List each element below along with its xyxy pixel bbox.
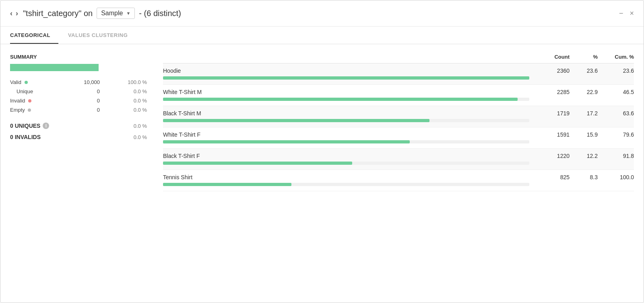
bar-row	[163, 76, 634, 83]
empty-dot	[28, 109, 31, 112]
row-count: 1220	[529, 153, 570, 159]
bar-fill	[163, 162, 352, 165]
valid-count: 10,000	[59, 78, 106, 87]
invalids-row: 0 INVALIDS 0.0 %	[10, 134, 147, 140]
data-table-header: Count % Cum. %	[163, 54, 634, 63]
bar-track	[163, 183, 529, 186]
row-cum-pct: 23.6	[598, 68, 634, 74]
header-pct: %	[570, 54, 598, 60]
bar-fill	[163, 76, 529, 80]
row-cum-pct: 91.8	[598, 153, 634, 159]
row-label: Tennis Shirt	[163, 174, 529, 180]
row-label: Black T-Shirt F	[163, 153, 529, 159]
minimize-button[interactable]: −	[619, 10, 623, 17]
header: ‹ › "tshirt_category" on Sample ▼ - (6 d…	[0, 0, 644, 27]
bar-row	[163, 98, 634, 104]
row-cum-pct: 100.0	[598, 174, 634, 180]
bar-row	[163, 162, 634, 168]
valid-pct: 100.0 %	[106, 78, 147, 87]
next-button[interactable]: ›	[16, 9, 18, 18]
bar-row	[163, 140, 634, 147]
bar-track	[163, 76, 529, 80]
tab-values-clustering[interactable]: VALUES CLUSTERING	[68, 27, 136, 44]
dataset-dropdown[interactable]: Sample ▼	[97, 8, 135, 19]
row-label: White T-Shirt M	[163, 89, 529, 95]
summary-bar-fill	[10, 64, 99, 71]
bar-track	[163, 162, 529, 165]
table-row: Black T-Shirt F 1220 12.2 91.8	[163, 149, 634, 170]
table-row: Unique 0 0.0 %	[10, 87, 147, 96]
row-pct: 8.3	[570, 174, 598, 180]
dropdown-arrow-icon: ▼	[126, 11, 130, 16]
uniques-pct: 0.0 %	[134, 123, 147, 129]
close-button[interactable]: ×	[630, 10, 634, 17]
tab-categorical[interactable]: CATEGORICAL	[10, 27, 58, 44]
prev-button[interactable]: ‹	[10, 9, 12, 18]
summary-panel: SUMMARY Valid 10,000 100.0 % Unique 0 0.…	[10, 54, 163, 191]
invalid-pct: 0.0 %	[106, 96, 147, 105]
bar-fill	[163, 140, 410, 143]
valid-dot	[25, 81, 28, 84]
row-count: 2285	[529, 89, 570, 95]
data-rows-container: Hoodie 2360 23.6 23.6 White T-Shirt M 22…	[163, 63, 634, 191]
row-pct: 12.2	[570, 153, 598, 159]
row-count: 1591	[529, 131, 570, 138]
summary-table: Valid 10,000 100.0 % Unique 0 0.0 % Inva…	[10, 78, 147, 115]
header-actions: − ×	[619, 10, 634, 17]
table-row: Empty 0 0.0 %	[10, 105, 147, 115]
invalid-label: Invalid	[10, 96, 59, 105]
valid-label: Valid	[10, 78, 59, 87]
bar-fill	[163, 98, 518, 101]
row-pct: 22.9	[570, 89, 598, 95]
bar-track	[163, 98, 529, 101]
tabs-bar: CATEGORICAL VALUES CLUSTERING	[0, 27, 644, 44]
nav-arrows: ‹ ›	[10, 9, 18, 18]
empty-label: Empty	[10, 105, 59, 115]
bar-track	[163, 140, 529, 143]
uniques-row: 0 UNIQUES i 0.0 %	[10, 123, 147, 129]
row-count: 2360	[529, 68, 570, 74]
row-pct: 23.6	[570, 68, 598, 74]
row-pct: 15.9	[570, 131, 598, 138]
empty-count: 0	[59, 105, 106, 115]
unique-label: Unique	[10, 87, 59, 96]
empty-pct: 0.0 %	[106, 105, 147, 115]
row-label: Hoodie	[163, 68, 529, 74]
bar-fill	[163, 119, 429, 122]
table-row: Valid 10,000 100.0 %	[10, 78, 147, 87]
summary-title: SUMMARY	[10, 54, 147, 60]
bar-fill	[163, 183, 291, 186]
row-cum-pct: 46.5	[598, 89, 634, 95]
header-count: Count	[529, 54, 570, 60]
row-label: Black T-Shirt M	[163, 110, 529, 117]
table-row: White T-Shirt F 1591 15.9 79.6	[163, 127, 634, 149]
uniques-info-icon[interactable]: i	[43, 123, 49, 129]
uniques-label: 0 UNIQUES i	[10, 123, 49, 129]
field-name-label: "tshirt_category" on	[23, 9, 93, 18]
row-cum-pct: 63.6	[598, 110, 634, 117]
table-row: Invalid 0 0.0 %	[10, 96, 147, 105]
table-row: Tennis Shirt 825 8.3 100.0	[163, 170, 634, 191]
bar-row	[163, 183, 634, 189]
row-cum-pct: 79.6	[598, 131, 634, 138]
table-row: White T-Shirt M 2285 22.9 46.5	[163, 85, 634, 106]
unique-count: 0	[59, 87, 106, 96]
invalids-pct: 0.0 %	[134, 134, 147, 140]
main-window: ‹ › "tshirt_category" on Sample ▼ - (6 d…	[0, 0, 644, 303]
table-row: Hoodie 2360 23.6 23.6	[163, 63, 634, 85]
header-title: "tshirt_category" on Sample ▼ - (6 disti…	[23, 8, 181, 19]
header-cum-pct: Cum. %	[598, 54, 634, 60]
row-count: 825	[529, 174, 570, 180]
dataset-label: Sample	[101, 10, 123, 17]
distinct-info-label: - (6 distinct)	[139, 9, 181, 18]
unique-pct: 0.0 %	[106, 87, 147, 96]
invalid-count: 0	[59, 96, 106, 105]
row-pct: 17.2	[570, 110, 598, 117]
summary-bar-container	[10, 64, 99, 71]
data-panel: Count % Cum. % Hoodie 2360 23.6 23.6 Whi…	[163, 54, 634, 191]
content-area: SUMMARY Valid 10,000 100.0 % Unique 0 0.…	[0, 44, 644, 201]
invalid-dot	[28, 99, 31, 102]
row-label: White T-Shirt F	[163, 131, 529, 138]
invalids-label: 0 INVALIDS	[10, 134, 41, 140]
row-count: 1719	[529, 110, 570, 117]
